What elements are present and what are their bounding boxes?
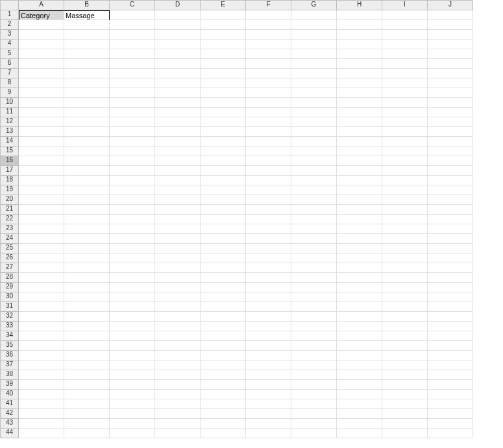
cell-B15[interactable] [64, 147, 110, 156]
row-header-38[interactable]: 38 [1, 370, 19, 380]
cell-J5[interactable] [428, 49, 473, 59]
cell-B35[interactable] [64, 341, 110, 351]
cell-B44[interactable] [64, 429, 110, 438]
row-header-9[interactable]: 9 [1, 88, 19, 98]
cell-H19[interactable] [337, 185, 382, 195]
cell-B23[interactable] [64, 224, 110, 234]
cell-B37[interactable] [64, 360, 110, 370]
cell-E22[interactable] [201, 215, 246, 224]
cell-J39[interactable] [428, 380, 473, 390]
cell-B19[interactable] [64, 185, 110, 195]
cell-J41[interactable] [428, 399, 473, 409]
cell-C36[interactable] [110, 351, 155, 360]
cell-D32[interactable] [155, 312, 201, 322]
cell-H17[interactable] [337, 166, 382, 176]
cell-C33[interactable] [110, 322, 155, 331]
cell-I42[interactable] [382, 409, 428, 419]
cell-C40[interactable] [110, 390, 155, 399]
cell-A34[interactable] [19, 331, 64, 341]
cell-G1[interactable] [291, 10, 337, 20]
cell-C14[interactable] [110, 137, 155, 147]
cell-J4[interactable] [428, 40, 473, 49]
row-header-14[interactable]: 14 [1, 137, 19, 147]
cell-C15[interactable] [110, 147, 155, 156]
cell-H21[interactable] [337, 205, 382, 215]
cell-G43[interactable] [291, 419, 337, 429]
cell-A35[interactable] [19, 341, 64, 351]
cell-J37[interactable] [428, 360, 473, 370]
cell-D36[interactable] [155, 351, 201, 360]
cell-D1[interactable] [155, 10, 201, 20]
cell-B36[interactable] [64, 351, 110, 360]
cell-F16[interactable] [246, 156, 291, 166]
cell-G16[interactable] [291, 156, 337, 166]
cell-J24[interactable] [428, 234, 473, 244]
cell-B4[interactable] [64, 40, 110, 49]
cell-J2[interactable] [428, 20, 473, 30]
cell-J22[interactable] [428, 215, 473, 224]
cell-I38[interactable] [382, 370, 428, 380]
cell-H14[interactable] [337, 137, 382, 147]
cell-A44[interactable] [19, 429, 64, 438]
cell-E28[interactable] [201, 273, 246, 283]
cell-B24[interactable] [64, 234, 110, 244]
cell-G39[interactable] [291, 380, 337, 390]
col-header-G[interactable]: G [291, 1, 337, 10]
cell-H33[interactable] [337, 322, 382, 331]
cell-H41[interactable] [337, 399, 382, 409]
cell-F30[interactable] [246, 292, 291, 302]
cell-A29[interactable] [19, 283, 64, 292]
cell-H37[interactable] [337, 360, 382, 370]
cell-I44[interactable] [382, 429, 428, 438]
cell-I23[interactable] [382, 224, 428, 234]
cell-B12[interactable] [64, 117, 110, 127]
cell-B8[interactable] [64, 78, 110, 88]
cell-E44[interactable] [201, 429, 246, 438]
cell-G35[interactable] [291, 341, 337, 351]
cell-F23[interactable] [246, 224, 291, 234]
cell-B18[interactable] [64, 176, 110, 185]
cell-C26[interactable] [110, 253, 155, 263]
cell-A1[interactable]: Category [19, 10, 64, 20]
cell-D21[interactable] [155, 205, 201, 215]
cell-C18[interactable] [110, 176, 155, 185]
cell-I7[interactable] [382, 69, 428, 78]
cell-I2[interactable] [382, 20, 428, 30]
cell-D19[interactable] [155, 185, 201, 195]
cell-F13[interactable] [246, 127, 291, 137]
cell-F44[interactable] [246, 429, 291, 438]
cell-D18[interactable] [155, 176, 201, 185]
cell-G3[interactable] [291, 30, 337, 40]
row-header-26[interactable]: 26 [1, 253, 19, 263]
cell-C35[interactable] [110, 341, 155, 351]
cell-A43[interactable] [19, 419, 64, 429]
cell-B5[interactable] [64, 49, 110, 59]
cell-G40[interactable] [291, 390, 337, 399]
cell-H15[interactable] [337, 147, 382, 156]
cell-D27[interactable] [155, 263, 201, 273]
row-header-15[interactable]: 15 [1, 147, 19, 156]
cell-I11[interactable] [382, 108, 428, 117]
cell-C20[interactable] [110, 195, 155, 205]
cell-J29[interactable] [428, 283, 473, 292]
cell-B31[interactable] [64, 302, 110, 312]
cell-J9[interactable] [428, 88, 473, 98]
cell-G8[interactable] [291, 78, 337, 88]
row-header-6[interactable]: 6 [1, 59, 19, 69]
cell-D24[interactable] [155, 234, 201, 244]
cell-I12[interactable] [382, 117, 428, 127]
cell-E34[interactable] [201, 331, 246, 341]
cell-H12[interactable] [337, 117, 382, 127]
col-header-B[interactable]: B [64, 1, 110, 10]
cell-A40[interactable] [19, 390, 64, 399]
select-all-corner[interactable] [1, 1, 19, 10]
cell-I26[interactable] [382, 253, 428, 263]
cell-C32[interactable] [110, 312, 155, 322]
cell-E23[interactable] [201, 224, 246, 234]
row-header-7[interactable]: 7 [1, 69, 19, 78]
cell-G5[interactable] [291, 49, 337, 59]
cell-F4[interactable] [246, 40, 291, 49]
cell-C11[interactable] [110, 108, 155, 117]
row-header-1[interactable]: 1 [1, 10, 19, 20]
cell-C16[interactable] [110, 156, 155, 166]
